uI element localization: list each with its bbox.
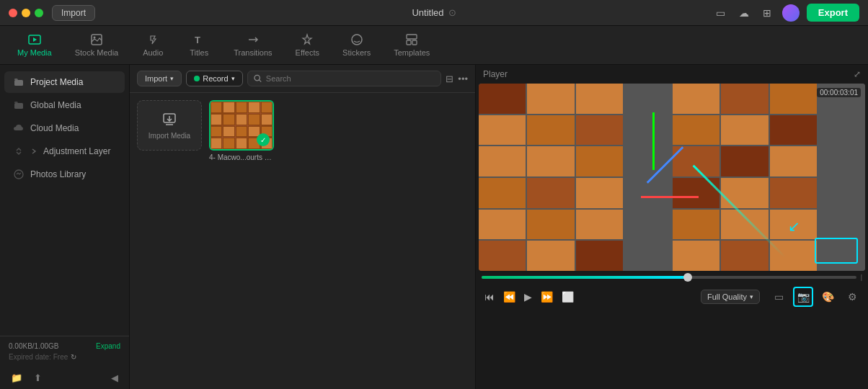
svg-point-10	[14, 170, 23, 179]
tab-effects[interactable]: Effects	[285, 29, 329, 61]
skip-back-btn[interactable]: ⏮	[482, 290, 497, 304]
collapse-icon[interactable]: ◀	[109, 371, 120, 385]
import-media-icon	[161, 112, 177, 128]
tab-audio[interactable]: Audio	[131, 29, 174, 61]
cloud-icon	[13, 122, 25, 134]
svg-point-2	[93, 37, 95, 39]
svg-point-4	[352, 35, 362, 45]
forward-btn[interactable]: ⏩	[538, 290, 556, 304]
svg-line-12	[259, 80, 261, 82]
window-icon-btn[interactable]: ▭	[713, 5, 729, 21]
svg-rect-6	[407, 40, 411, 45]
record-btn[interactable]: Record ▾	[186, 71, 242, 86]
traffic-lights	[9, 9, 43, 17]
folder2-icon	[13, 99, 25, 111]
timestamp: 00:00:03:01	[817, 88, 861, 97]
tab-stock-media[interactable]: Stock Media	[65, 29, 129, 61]
progress-thumb	[683, 273, 692, 282]
thumb-image: ✓	[209, 100, 274, 151]
sidebar-item-adjustment-layer[interactable]: Adjustment Layer	[4, 140, 125, 162]
my-media-icon	[28, 33, 41, 46]
svg-rect-7	[412, 40, 417, 45]
progress-end: |	[861, 274, 862, 281]
sidebar-item-global-media[interactable]: Global Media	[4, 94, 125, 116]
player-progress: |	[476, 271, 868, 284]
svg-rect-9	[14, 103, 23, 109]
effects-icon	[301, 33, 314, 46]
import-button[interactable]: Import	[52, 5, 95, 21]
green-axis-arrow	[652, 112, 655, 170]
export-button[interactable]: Export	[807, 4, 859, 22]
transitions-icon	[247, 33, 260, 46]
sidebar-item-photos-library[interactable]: Photos Library	[4, 164, 125, 185]
folder-icon	[13, 76, 25, 88]
import-dropdown-btn[interactable]: Import ▾	[137, 71, 182, 86]
quality-selector[interactable]: Full Quality ▾	[701, 290, 760, 304]
expire-info: Expired date: Free ↻	[9, 353, 120, 361]
svg-text:T: T	[195, 35, 200, 45]
player-label: Player	[483, 69, 508, 79]
stickers-icon	[350, 33, 363, 46]
media-toolbar: Import ▾ Record ▾ ⊟ •••	[130, 65, 475, 93]
tab-stickers[interactable]: Stickers	[332, 29, 381, 61]
search-icon	[254, 74, 262, 83]
sidebar: Project Media Global Media Cloud Media A…	[0, 65, 130, 389]
crop-btn[interactable]: ⬜	[559, 290, 577, 304]
minimize-button[interactable]	[22, 9, 30, 17]
player-header: Player ⤢	[476, 65, 868, 84]
grid-icon-btn[interactable]: ⊞	[759, 5, 775, 21]
arrow-indicator: ↙	[788, 218, 800, 235]
title-bar: Import Untitled ⊙ ▭ ☁ ⊞ Export	[0, 0, 868, 26]
title-status-icon: ⊙	[448, 7, 456, 18]
fullscreen-icon[interactable]: ⤢	[854, 69, 861, 79]
tab-titles[interactable]: T Titles	[177, 29, 221, 61]
record-chevron-icon: ▾	[231, 75, 235, 82]
rewind-btn[interactable]: ⏪	[500, 290, 518, 304]
player-right-icons: ▭ 📷 🎨 ⚙	[769, 287, 862, 307]
close-button[interactable]	[9, 9, 17, 17]
progress-bar[interactable]	[482, 276, 856, 279]
chevron-right-icon	[30, 148, 37, 155]
cloud-icon-btn[interactable]: ☁	[736, 5, 752, 21]
maximize-button[interactable]	[35, 9, 43, 17]
filter-icon[interactable]: ⊟	[446, 73, 453, 84]
import-media-btn[interactable]: Import Media	[137, 100, 202, 151]
nav-tabs: My Media Stock Media Audio T Titles Tran…	[0, 26, 868, 65]
main-content: Project Media Global Media Cloud Media A…	[0, 65, 868, 389]
play-btn[interactable]: ▶	[521, 290, 535, 304]
media-content: Import Media ✓ 4- Macwo...ourts video	[130, 93, 475, 389]
sidebar-footer: 0.00KB/1.00GB Expand Expired date: Free …	[0, 336, 129, 367]
record-dot-icon	[194, 76, 200, 81]
svg-point-11	[254, 75, 260, 80]
color-btn[interactable]: 🎨	[818, 287, 838, 307]
tab-transitions[interactable]: Transitions	[223, 29, 282, 61]
settings-btn[interactable]: ⚙	[842, 287, 862, 307]
video-overlay: ↙ 00:00:03:01	[479, 84, 865, 271]
search-box[interactable]	[247, 71, 442, 86]
refresh-icon[interactable]: ↻	[71, 353, 76, 361]
player-video: ↙ 00:00:03:01	[479, 84, 865, 271]
title-right-controls: ▭ ☁ ⊞ Export	[713, 4, 859, 22]
progress-fill	[482, 276, 688, 279]
stock-media-icon	[90, 33, 103, 46]
upload-icon[interactable]: ⬆	[32, 371, 44, 385]
media-thumbnail-1[interactable]: ✓ 4- Macwo...ourts video	[209, 100, 274, 162]
highlight-box	[815, 238, 858, 264]
svg-rect-1	[92, 35, 102, 45]
sidebar-item-project-media[interactable]: Project Media	[4, 71, 125, 93]
tab-my-media[interactable]: My Media	[7, 29, 62, 61]
avatar[interactable]	[782, 4, 800, 22]
templates-icon	[405, 33, 418, 46]
add-folder-icon[interactable]: 📁	[9, 371, 25, 385]
expand-storage-btn[interactable]: Expand	[96, 342, 120, 350]
player-controls: ⏮ ⏪ ▶ ⏩ ⬜ Full Quality ▾ ▭ 📷 🎨 ⚙	[476, 284, 868, 310]
tab-templates[interactable]: Templates	[384, 29, 440, 61]
titles-icon: T	[192, 33, 205, 46]
sidebar-item-cloud-media[interactable]: Cloud Media	[4, 117, 125, 139]
screen-mirror-btn[interactable]: ▭	[769, 287, 789, 307]
check-badge: ✓	[257, 133, 270, 146]
screenshot-btn[interactable]: 📷	[793, 287, 813, 307]
more-options-icon[interactable]: •••	[458, 73, 468, 84]
search-input[interactable]	[266, 74, 435, 83]
media-panel: Import ▾ Record ▾ ⊟ •••	[130, 65, 476, 389]
